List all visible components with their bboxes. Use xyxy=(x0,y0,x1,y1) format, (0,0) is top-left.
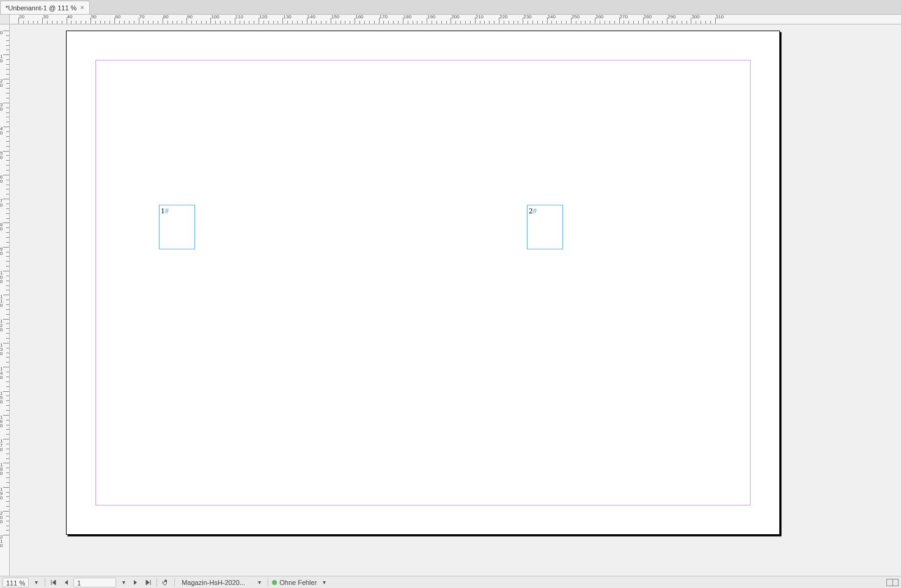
separator xyxy=(45,578,45,587)
next-page-button[interactable] xyxy=(131,578,141,587)
zoom-level-field[interactable]: 111 % xyxy=(2,578,29,587)
preflight-profile[interactable]: Magazin-HsH-2020... xyxy=(178,578,252,587)
ruler-origin[interactable] xyxy=(0,15,10,24)
preflight-status[interactable]: Ohne Fehler xyxy=(272,579,317,586)
horizontal-ruler[interactable]: 2030405060708090100110120130140150160170… xyxy=(10,15,901,24)
page-spread[interactable]: 1# 2# xyxy=(66,31,780,535)
status-bar: 111 % ▾ 1 ▾ Magazin-HsH-2020... ▾ Ohne F… xyxy=(0,576,901,588)
chevron-right-icon xyxy=(133,579,138,586)
text-frame[interactable]: 1# xyxy=(159,205,195,249)
document-workspace: 2030405060708090100110120130140150160170… xyxy=(0,15,901,576)
chevron-down-icon[interactable]: ▾ xyxy=(119,578,128,587)
spread-view-icon[interactable] xyxy=(886,579,899,586)
hash-endmark-icon: # xyxy=(165,206,169,215)
prev-page-button[interactable] xyxy=(61,578,71,587)
last-page-button[interactable] xyxy=(143,578,153,587)
page-number-field[interactable]: 1 xyxy=(73,578,116,587)
text-frame[interactable]: 2# xyxy=(527,205,563,249)
separator xyxy=(174,578,175,587)
vertical-ruler[interactable]: 01 02 03 04 05 06 07 08 09 01 0 01 1 01 … xyxy=(0,24,10,576)
status-ok-icon xyxy=(272,580,277,585)
hand-tool-icon[interactable] xyxy=(161,578,171,587)
zoom-level-value: 111 % xyxy=(6,579,25,587)
close-icon[interactable]: × xyxy=(80,4,84,11)
separator xyxy=(156,578,157,587)
last-page-icon xyxy=(145,579,151,586)
hand-icon xyxy=(162,579,169,586)
document-tab-bar: *Unbenannt-1 @ 111 % × xyxy=(0,0,901,15)
document-canvas[interactable]: 1# 2# xyxy=(10,24,901,576)
chevron-down-icon[interactable]: ▾ xyxy=(254,578,264,587)
chevron-down-icon[interactable]: ▾ xyxy=(31,578,41,587)
first-page-icon xyxy=(51,579,57,586)
margin-guide xyxy=(95,60,751,505)
document-tab[interactable]: *Unbenannt-1 @ 111 % × xyxy=(0,1,90,14)
first-page-button[interactable] xyxy=(49,578,59,587)
document-tab-title: *Unbenannt-1 @ 111 % xyxy=(6,4,76,12)
chevron-down-icon[interactable]: ▾ xyxy=(319,578,329,587)
preflight-profile-label: Magazin-HsH-2020... xyxy=(182,579,245,586)
preflight-status-label: Ohne Fehler xyxy=(279,579,317,586)
separator xyxy=(268,578,268,587)
hash-endmark-icon: # xyxy=(533,206,537,215)
chevron-left-icon xyxy=(64,579,68,586)
page-number-value: 1 xyxy=(77,579,81,587)
